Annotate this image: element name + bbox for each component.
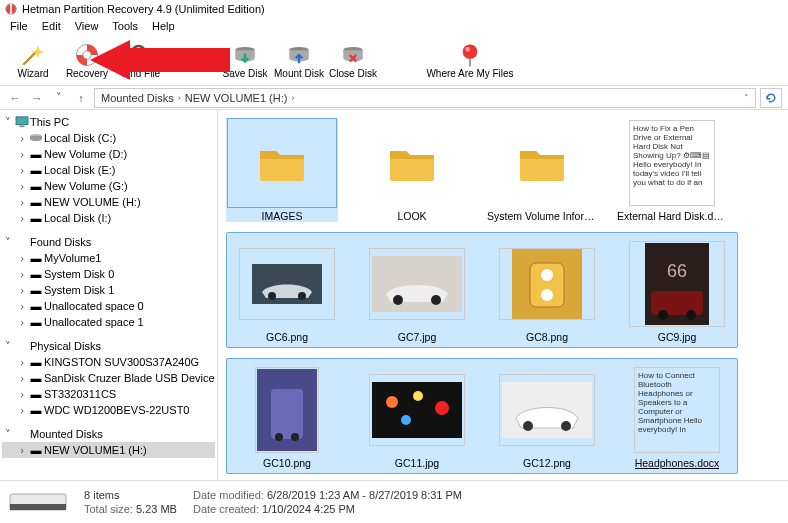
expand-icon[interactable]: › xyxy=(16,164,28,176)
menu-bar: File Edit View Tools Help xyxy=(0,18,788,36)
folder-icon xyxy=(518,143,566,183)
tree-physical[interactable]: ˅Physical Disks xyxy=(2,338,215,354)
toolbar: Wizard Recovery Find File Save Disk Moun… xyxy=(0,36,788,86)
tree-myvolume1[interactable]: ›▬MyVolume1 xyxy=(2,250,215,266)
up-button[interactable]: ↑ xyxy=(72,92,90,104)
folder-images[interactable]: IMAGES xyxy=(226,118,338,222)
findfile-button[interactable]: Find File xyxy=(114,40,168,79)
history-dropdown[interactable]: ˅ xyxy=(50,91,68,104)
tree-kingston[interactable]: ›▬KINGSTON SUV300S37A240G xyxy=(2,354,215,370)
file-gc9[interactable]: 66 GC9.jpg xyxy=(621,239,733,343)
refresh-icon xyxy=(765,92,777,104)
file-gc7[interactable]: GC7.jpg xyxy=(361,239,473,343)
selection-group: GC6.png GC7.jpg GC8.png 66 GC9.jpg xyxy=(226,232,738,348)
savedisk-button[interactable]: Save Disk xyxy=(218,40,272,79)
folder-look[interactable]: LOOK xyxy=(356,118,468,222)
tree-mounted[interactable]: ˅Mounted Disks xyxy=(2,426,215,442)
tree-new-g[interactable]: ›▬New Volume (G:) xyxy=(2,178,215,194)
back-button[interactable]: ← xyxy=(6,92,24,104)
svg-point-36 xyxy=(401,415,411,425)
expand-icon[interactable]: › xyxy=(16,180,28,192)
tree-new-d[interactable]: ›▬New Volume (D:) xyxy=(2,146,215,162)
expand-icon[interactable]: › xyxy=(16,148,28,160)
wizard-button[interactable]: Wizard xyxy=(6,40,60,79)
collapse-icon[interactable]: ˅ xyxy=(2,236,14,249)
closedisk-button[interactable]: Close Disk xyxy=(326,40,380,79)
crumb-mounted[interactable]: Mounted Disks xyxy=(101,92,174,104)
file-gc8[interactable]: GC8.png xyxy=(491,239,603,343)
svg-point-21 xyxy=(541,269,553,281)
image-thumbnail xyxy=(369,374,465,446)
menu-tools[interactable]: Tools xyxy=(106,18,144,36)
menu-file[interactable]: File xyxy=(4,18,34,36)
file-gc10[interactable]: GC10.png xyxy=(231,365,343,469)
menu-edit[interactable]: Edit xyxy=(36,18,67,36)
expand-icon[interactable]: › xyxy=(16,212,28,224)
disk-save-icon xyxy=(232,42,258,68)
svg-point-3 xyxy=(83,51,91,59)
file-headphones-docx[interactable]: How to Connect Bluetooth Headphones or S… xyxy=(621,365,733,469)
drive-icon: ▬ xyxy=(28,212,44,224)
crumb-volume[interactable]: NEW VOLUME1 (H:) xyxy=(185,92,288,104)
main-area: ˅ This PC ›Local Disk (C:) ›▬New Volume … xyxy=(0,110,788,480)
pc-icon xyxy=(14,116,30,128)
svg-rect-10 xyxy=(16,117,28,125)
folder-icon xyxy=(258,143,306,183)
svg-point-26 xyxy=(686,310,696,320)
image-thumbnail xyxy=(239,248,335,320)
tree-sysdisk1[interactable]: ›▬System Disk 1 xyxy=(2,282,215,298)
pin-icon xyxy=(457,42,483,68)
tree-mounted-h[interactable]: ›▬NEW VOLUME1 (H:) xyxy=(2,442,215,458)
tree-thispc[interactable]: ˅ This PC xyxy=(2,114,215,130)
svg-point-14 xyxy=(268,292,276,300)
mountdisk-button[interactable]: Mount Disk xyxy=(272,40,326,79)
doc-preview: How to Fix a Pen Drive or External Hard … xyxy=(629,120,715,206)
menu-view[interactable]: View xyxy=(69,18,105,36)
tree-local-e[interactable]: ›▬Local Disk (E:) xyxy=(2,162,215,178)
svg-point-9 xyxy=(465,47,470,52)
collapse-icon[interactable]: ˅ xyxy=(2,340,14,353)
recovery-button[interactable]: Recovery xyxy=(60,40,114,79)
file-gc12[interactable]: GC12.png xyxy=(491,365,603,469)
search-icon xyxy=(128,42,154,68)
file-gc11[interactable]: GC11.jpg xyxy=(361,365,473,469)
collapse-icon[interactable]: ˅ xyxy=(2,428,14,441)
svg-point-17 xyxy=(393,295,403,305)
tree-found[interactable]: ˅Found Disks xyxy=(2,234,215,250)
tree-local-c[interactable]: ›Local Disk (C:) xyxy=(2,130,215,146)
tree-local-i[interactable]: ›▬Local Disk (I:) xyxy=(2,210,215,226)
svg-rect-29 xyxy=(271,389,303,439)
file-external-docx[interactable]: How to Fix a Pen Drive or External Hard … xyxy=(616,118,728,222)
svg-rect-16 xyxy=(372,256,462,312)
tree-new-h[interactable]: ›▬NEW VOLUME (H:) xyxy=(2,194,215,210)
expand-icon[interactable]: › xyxy=(16,132,28,144)
svg-point-8 xyxy=(463,44,478,59)
forward-button[interactable]: → xyxy=(28,92,46,104)
wherefiles-button[interactable]: Where Are My Files xyxy=(420,40,520,79)
image-thumbnail xyxy=(499,374,595,446)
svg-rect-1 xyxy=(10,4,12,15)
file-gc6[interactable]: GC6.png xyxy=(231,239,343,343)
tree-unalloc0[interactable]: ›▬Unallocated space 0 xyxy=(2,298,215,314)
selection-group-2: GC10.png GC11.jpg GC12.png How to Connec… xyxy=(226,358,738,474)
tree-st332[interactable]: ›▬ST3320311CS xyxy=(2,386,215,402)
folder-svi[interactable]: System Volume Information xyxy=(486,118,598,222)
drive-icon xyxy=(8,488,68,516)
title-bar: Hetman Partition Recovery 4.9 (Unlimited… xyxy=(0,0,788,18)
svg-rect-41 xyxy=(10,504,66,510)
file-view[interactable]: IMAGES LOOK System Volume Information Ho… xyxy=(218,110,788,480)
doc-preview: How to Connect Bluetooth Headphones or S… xyxy=(634,367,720,453)
tree-panel[interactable]: ˅ This PC ›Local Disk (C:) ›▬New Volume … xyxy=(0,110,218,480)
chevron-down-icon[interactable]: ˅ xyxy=(744,93,749,103)
status-bar: 8 items Total size: 5.23 MB Date modifie… xyxy=(0,480,788,522)
tree-wdc[interactable]: ›▬WDC WD1200BEVS-22UST0 xyxy=(2,402,215,418)
tree-sandisk[interactable]: ›▬SanDisk Cruzer Blade USB Device xyxy=(2,370,215,386)
collapse-icon[interactable]: ˅ xyxy=(2,116,14,129)
breadcrumb[interactable]: Mounted Disks › NEW VOLUME1 (H:) › ˅ xyxy=(94,88,756,108)
menu-help[interactable]: Help xyxy=(146,18,181,36)
refresh-button[interactable] xyxy=(760,88,782,108)
tree-sysdisk0[interactable]: ›▬System Disk 0 xyxy=(2,266,215,282)
expand-icon[interactable]: › xyxy=(16,196,28,208)
svg-rect-24 xyxy=(651,291,703,315)
tree-unalloc1[interactable]: ›▬Unallocated space 1 xyxy=(2,314,215,330)
